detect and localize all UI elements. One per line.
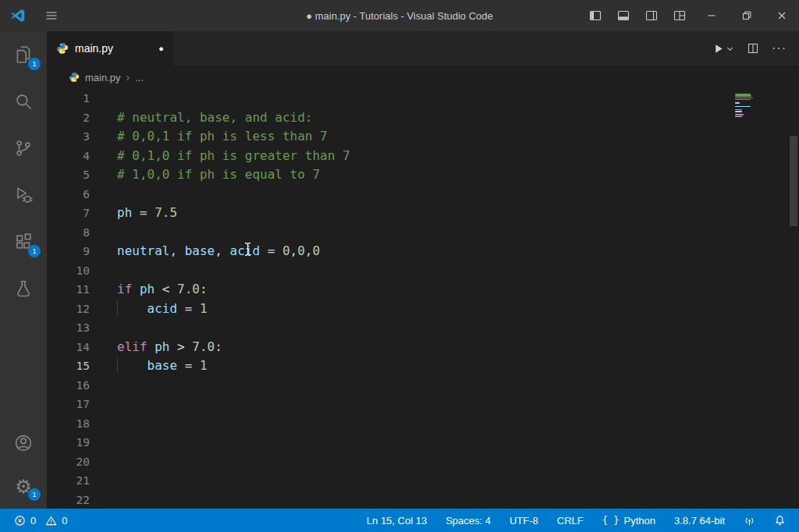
- sidebar-item-testing[interactable]: [0, 265, 47, 312]
- close-button[interactable]: [764, 0, 799, 31]
- line-number: 9: [47, 242, 90, 261]
- vscode-window: ● main.py - Tutorials - Visual Studio Co…: [0, 0, 799, 532]
- indentation-setting[interactable]: Spaces: 4: [440, 515, 496, 527]
- line-code: [90, 318, 117, 338]
- code-line-19[interactable]: 19: [47, 433, 799, 452]
- breadcrumb-separator: ›: [126, 71, 130, 83]
- code-line-12[interactable]: 12 acid = 1: [47, 300, 799, 319]
- language-mode[interactable]: { } Python: [597, 515, 661, 527]
- code-line-17[interactable]: 17: [47, 395, 799, 414]
- dirty-indicator[interactable]: ●: [158, 44, 164, 53]
- encoding-setting[interactable]: UTF-8: [504, 515, 544, 527]
- line-number: 22: [47, 491, 90, 509]
- toggle-secondary-sidebar-icon[interactable]: [637, 0, 666, 31]
- settings-badge: 1: [28, 488, 41, 501]
- sidebar-item-search[interactable]: [0, 78, 47, 125]
- line-code: [90, 223, 117, 243]
- code-line-16[interactable]: 16: [47, 376, 799, 395]
- python-interpreter[interactable]: 3.8.7 64-bit: [669, 515, 730, 527]
- customize-layout-icon[interactable]: [666, 0, 694, 31]
- code-line-1[interactable]: 1: [47, 89, 799, 108]
- line-number: 11: [47, 280, 90, 300]
- line-number: 13: [47, 318, 90, 338]
- line-number: 19: [47, 433, 90, 452]
- line-number: 18: [47, 414, 90, 434]
- toggle-primary-sidebar-icon[interactable]: [581, 0, 609, 31]
- minimap[interactable]: [735, 92, 787, 129]
- code-line-10[interactable]: 10: [47, 261, 799, 281]
- title-bar: ● main.py - Tutorials - Visual Studio Co…: [0, 0, 799, 31]
- code-line-18[interactable]: 18: [47, 414, 799, 434]
- code-line-11[interactable]: 11if ph < 7.0:: [47, 280, 799, 300]
- restore-button[interactable]: [729, 0, 764, 31]
- editor-actions: ···: [712, 31, 799, 66]
- code-line-21[interactable]: 21: [47, 471, 799, 491]
- toggle-panel-icon[interactable]: [609, 0, 637, 31]
- code-editor[interactable]: 12# neutral, base, and acid:3# 0,0,1 if …: [47, 89, 799, 509]
- code-line-8[interactable]: 8: [47, 223, 799, 243]
- cursor-position[interactable]: Ln 15, Col 13: [361, 515, 432, 527]
- language-label: Python: [623, 515, 655, 527]
- more-actions-button[interactable]: ···: [772, 41, 787, 55]
- status-bar: 0 0 Ln 15, Col 13 Spaces: 4 UTF-8 CRLF {…: [0, 509, 799, 532]
- tab-label: main.py: [75, 42, 152, 55]
- line-code: [90, 395, 117, 414]
- line-code: [90, 414, 117, 434]
- sidebar-item-settings[interactable]: ⚙ 1: [0, 465, 47, 509]
- line-code: acid = 1: [90, 300, 208, 319]
- testing-beaker-icon: [13, 278, 34, 299]
- breadcrumb-file[interactable]: main.py: [85, 72, 121, 83]
- error-icon: [14, 515, 26, 527]
- python-file-icon: [56, 42, 69, 55]
- line-code: ph = 7.5: [90, 204, 177, 223]
- split-editor-button[interactable]: [747, 42, 759, 55]
- tab-main-py[interactable]: main.py ●: [47, 31, 173, 66]
- account-icon: [13, 433, 34, 453]
- warning-icon: [45, 515, 57, 527]
- line-number: 1: [47, 89, 90, 108]
- eol-setting[interactable]: CRLF: [552, 515, 589, 527]
- run-debug-icon: [13, 185, 34, 205]
- code-line-20[interactable]: 20: [47, 452, 799, 472]
- minimize-button[interactable]: [694, 0, 729, 31]
- code-line-9[interactable]: 9neutral, base, acid = 0,0,0: [47, 242, 799, 261]
- code-line-2[interactable]: 2# neutral, base, and acid:: [47, 108, 799, 128]
- sidebar-item-explorer[interactable]: 1: [0, 31, 47, 78]
- scrollbar-thumb[interactable]: [790, 136, 797, 226]
- line-code: if ph < 7.0:: [90, 280, 208, 300]
- code-line-3[interactable]: 3# 0,0,1 if ph is less than 7: [47, 127, 799, 147]
- line-number: 4: [47, 147, 90, 166]
- breadcrumb-symbol[interactable]: ...: [135, 72, 144, 83]
- problems-indicator[interactable]: 0 0: [8, 515, 72, 527]
- line-number: 16: [47, 376, 90, 395]
- code-lines: 12# neutral, base, and acid:3# 0,0,1 if …: [47, 89, 799, 509]
- line-number: 20: [47, 452, 90, 472]
- line-code: # 1,0,0 if ph is equal to 7: [90, 165, 320, 185]
- code-line-13[interactable]: 13: [47, 318, 799, 338]
- code-line-4[interactable]: 4# 0,1,0 if ph is greater than 7: [47, 147, 799, 166]
- sidebar-item-source-control[interactable]: [0, 125, 47, 172]
- line-code: elif ph > 7.0:: [90, 338, 222, 357]
- code-line-22[interactable]: 22: [47, 491, 799, 509]
- line-code: [90, 376, 117, 395]
- menu-icon[interactable]: [40, 0, 63, 31]
- code-line-7[interactable]: 7ph = 7.5: [47, 204, 799, 223]
- sidebar-item-run-debug[interactable]: [0, 172, 47, 218]
- sidebar-item-extensions[interactable]: 1: [0, 218, 47, 265]
- sidebar-item-account[interactable]: [0, 421, 47, 465]
- python-file-icon-small: [69, 72, 80, 83]
- line-number: 17: [47, 395, 90, 414]
- minimap-content: [735, 92, 787, 129]
- line-code: [90, 433, 117, 452]
- code-line-14[interactable]: 14elif ph > 7.0:: [47, 338, 799, 357]
- code-line-5[interactable]: 5# 1,0,0 if ph is equal to 7: [47, 165, 799, 185]
- line-code: # 0,0,1 if ph is less than 7: [90, 127, 328, 147]
- line-number: 6: [47, 185, 90, 204]
- notifications-bell-icon[interactable]: [769, 515, 791, 527]
- line-code: [90, 185, 117, 204]
- run-button[interactable]: [712, 43, 734, 55]
- feedback-broadcast-icon[interactable]: [738, 515, 761, 527]
- code-line-6[interactable]: 6: [47, 185, 799, 204]
- chevron-down-icon: [726, 44, 734, 53]
- code-line-15[interactable]: 15 base = 1: [47, 356, 799, 376]
